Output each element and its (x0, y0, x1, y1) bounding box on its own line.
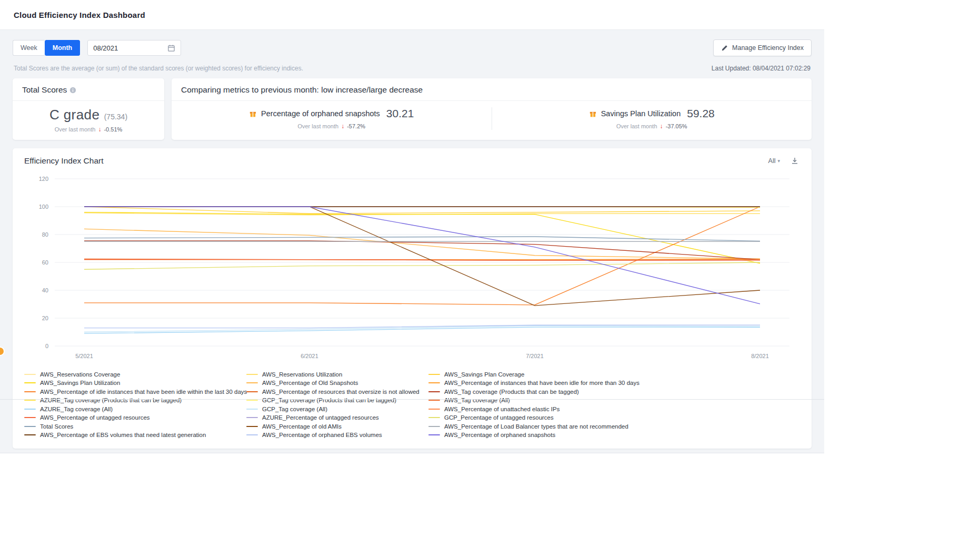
legend-label: AWS_Percentage of resources that oversiz… (262, 389, 419, 395)
legend-item[interactable]: AWS_Reservations Coverage (24, 370, 246, 379)
legend-swatch (24, 382, 36, 383)
series-filter-dropdown[interactable]: All ▾ (768, 157, 780, 165)
y-axis-tick-label: 100 (39, 204, 48, 210)
manage-efficiency-index-button[interactable]: Manage Efficiency Index (713, 39, 812, 56)
chart-controls: All ▾ (768, 156, 800, 166)
legend-label: AWS_Percentage of old AMIs (262, 423, 342, 430)
manage-button-label: Manage Efficiency Index (732, 44, 804, 52)
total-scores-title: Total Scores (22, 85, 67, 95)
legend-item[interactable]: AWS_Percentage of EBS volumes that need … (24, 431, 246, 440)
legend-swatch (246, 391, 258, 392)
chart-line[interactable] (84, 237, 760, 241)
metric-delta-line: Over last month ↓ -57.2% (172, 123, 492, 130)
chart-line[interactable] (84, 207, 760, 306)
comparing-card-header: Comparing metrics to previous month: low… (172, 78, 812, 101)
legend-label: AWS_Percentage of EBS volumes that need … (40, 432, 206, 438)
chart-line[interactable] (84, 207, 760, 213)
week-toggle-button[interactable]: Week (13, 40, 45, 56)
legend-item[interactable]: GCP_Tag coverage (All) (246, 405, 428, 413)
dashboard-content: Week Month 08/2021 (0, 29, 824, 453)
month-picker-value: 08/2021 (93, 44, 118, 52)
legend-item[interactable]: AWS_Percentage of instances that have be… (428, 379, 800, 388)
legend-item[interactable]: Total Scores (24, 422, 246, 431)
legend-item[interactable]: AWS_Savings Plan Utilization (24, 379, 246, 388)
legend-item[interactable]: AWS_Reservations Utilization (246, 370, 428, 379)
legend-label: AZURE_Percentage of untagged resources (262, 414, 379, 421)
y-axis-tick-label: 40 (42, 287, 48, 293)
card-boundary-divider (0, 399, 824, 400)
legend-item[interactable]: AWS_Percentage of resources that oversiz… (246, 388, 428, 396)
download-chart-button[interactable] (789, 156, 800, 166)
last-updated-text: Last Updated: 08/04/2021 07:02:29 (712, 65, 811, 72)
info-icon[interactable] (69, 87, 76, 94)
y-axis-tick-label: 0 (45, 343, 48, 349)
calendar-icon (167, 44, 175, 52)
metric-delta-line: Over last month ↓ -37.05% (492, 123, 812, 130)
legend-item[interactable]: AWS_Percentage of orphaned snapshots (428, 431, 800, 440)
legend-item[interactable]: AWS_Percentage of Old Snapshots (246, 379, 428, 388)
over-last-month-label: Over last month (297, 123, 338, 129)
legend-item[interactable]: AZURE_Tag coverage (Products that can be… (24, 396, 246, 405)
legend-label: AWS_Tag coverage (Products that can be t… (444, 389, 579, 395)
download-icon (791, 157, 799, 165)
x-axis-tick-label: 6/2021 (301, 353, 318, 359)
legend-item[interactable]: AWS_Percentage of orphaned EBS volumes (246, 431, 428, 440)
month-toggle-button[interactable]: Month (45, 40, 80, 56)
legend-swatch (246, 434, 258, 435)
package-icon (249, 110, 257, 118)
legend-swatch (428, 426, 440, 427)
legend-item[interactable]: AWS_Percentage of idle instances that ha… (24, 388, 246, 396)
legend-item[interactable]: AZURE_Percentage of untagged resources (246, 414, 428, 422)
page: Cloud Efficiency Index Dashboard Week Mo… (0, 0, 980, 539)
legend-swatch (246, 374, 258, 375)
legend-item[interactable]: AWS_Tag coverage (Products that can be t… (428, 388, 800, 396)
legend-label: GCP_Tag coverage (Products that can be t… (262, 397, 396, 403)
chart-line[interactable] (84, 207, 760, 304)
legend-item[interactable]: GCP_Tag coverage (Products that can be t… (246, 396, 428, 405)
chart-line[interactable] (84, 262, 760, 269)
legend-swatch (428, 374, 440, 375)
month-picker[interactable]: 08/2021 (87, 40, 181, 56)
legend-label: AWS_Percentage of Load Balancer types th… (444, 423, 628, 430)
legend-label: AZURE_Tag coverage (Products that can be… (40, 397, 182, 403)
metric-line: Percentage of orphaned snapshots 30.21 (172, 107, 492, 120)
legend-item[interactable]: AWS_Percentage of Load Balancer types th… (428, 422, 800, 431)
efficiency-index-chart-card: Efficiency Index Chart All ▾ (13, 148, 812, 449)
metric-line: Savings Plan Utilization 59.28 (492, 107, 812, 120)
legend-item[interactable]: AWS_Tag coverage (All) (428, 396, 800, 405)
metric-value: 30.21 (386, 107, 414, 120)
legend-label: AWS_Percentage of instances that have be… (444, 380, 639, 386)
legend-swatch (246, 417, 258, 418)
legend-item[interactable]: AWS_Percentage of old AMIs (246, 422, 428, 431)
x-axis-tick-label: 5/2021 (75, 353, 93, 359)
arrow-down-icon: ↓ (341, 123, 344, 130)
delta-value: -57.2% (347, 123, 365, 129)
efficiency-index-chart[interactable]: 0204060801001205/20216/20217/20218/2021 (24, 170, 800, 363)
legend-label: AWS_Savings Plan Coverage (444, 371, 524, 378)
y-axis-tick-label: 60 (42, 259, 48, 266)
legend-item[interactable]: AWS_Percentage of untagged resources (24, 414, 246, 422)
legend-label: AWS_Reservations Coverage (40, 371, 120, 378)
info-bar: Total Scores are the average (or sum) of… (14, 65, 811, 72)
legend-swatch (428, 400, 440, 401)
chart-line[interactable] (84, 241, 760, 260)
comparing-metrics-card: Comparing metrics to previous month: low… (172, 78, 812, 140)
grade-line: C grade (75.34) (13, 107, 164, 123)
legend-item[interactable]: AZURE_Tag coverage (All) (24, 405, 246, 413)
legend-swatch (428, 434, 440, 435)
chart-line[interactable] (84, 229, 760, 259)
score-value: (75.34) (104, 113, 127, 121)
package-icon (589, 110, 597, 118)
legend-label: GCP_Percentage of untagged resources (444, 414, 554, 421)
metric-value: 59.28 (687, 107, 715, 120)
legend-item[interactable]: GCP_Percentage of untagged resources (428, 414, 800, 422)
over-last-month-label: Over last month (55, 126, 96, 133)
legend-label: AWS_Reservations Utilization (262, 371, 342, 378)
metric-savings-plan-utilization: Savings Plan Utilization 59.28 Over last… (492, 107, 812, 130)
page-title: Cloud Efficiency Index Dashboard (14, 11, 145, 19)
legend-swatch (428, 382, 440, 383)
legend-swatch (246, 426, 258, 427)
legend-item[interactable]: AWS_Percentage of unattached elastic IPs (428, 405, 800, 413)
legend-swatch (246, 382, 258, 383)
legend-item[interactable]: AWS_Savings Plan Coverage (428, 370, 800, 379)
